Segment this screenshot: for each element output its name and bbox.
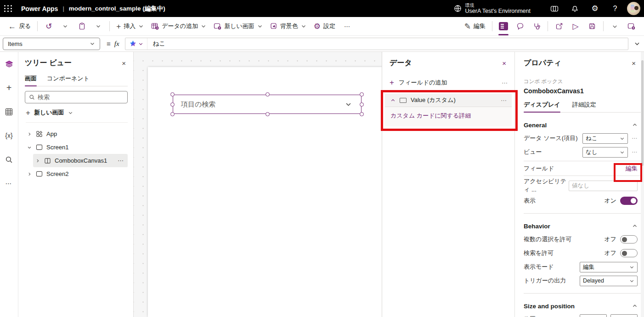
resize-handle[interactable]	[360, 112, 364, 116]
data-source-dropdown[interactable]: ねこ	[582, 133, 628, 144]
properties-scrollbar[interactable]	[641, 52, 644, 317]
new-screen-tree-button[interactable]: + 新しい画面	[26, 108, 128, 123]
tree-search-box[interactable]	[25, 91, 128, 103]
variables-rail-icon[interactable]: {x}	[3, 129, 16, 142]
tree-item-screen2[interactable]: Screen2	[25, 167, 128, 181]
row-view: ビュー なし ⋯	[524, 145, 638, 159]
left-navigation-rail: + {x} ⋯	[0, 52, 18, 317]
tab-advanced[interactable]: 詳細設定	[572, 101, 596, 112]
environment-picker[interactable]: 環境 UserA Test's Environment	[454, 3, 531, 15]
tree-close-icon[interactable]: ×	[120, 58, 128, 68]
preview-play-button[interactable]: ▷	[567, 19, 584, 34]
data-rail-icon[interactable]	[3, 105, 16, 118]
resize-handle[interactable]	[170, 102, 175, 107]
user-avatar[interactable]	[627, 2, 640, 15]
position-x-input[interactable]	[580, 314, 607, 317]
section-behavior[interactable]: Behavior	[524, 220, 638, 232]
tab-display[interactable]: ディスプレイ	[524, 101, 560, 112]
view-more-icon[interactable]: ⋯	[632, 149, 638, 155]
app-checker-button[interactable]	[528, 19, 545, 34]
new-screen-button[interactable]: 新しい画面	[210, 19, 266, 34]
undo-icon: ↺	[45, 23, 52, 30]
insert-rail-icon[interactable]: +	[3, 81, 16, 94]
comments-button[interactable]	[512, 19, 528, 34]
table-add-icon	[151, 23, 159, 30]
data-close-icon[interactable]: ×	[500, 58, 508, 68]
section-general[interactable]: General	[524, 119, 638, 131]
resize-handle[interactable]	[170, 112, 175, 116]
visible-toggle[interactable]	[620, 197, 638, 205]
custom-card-details-link[interactable]: カスタム カードに関する詳細	[390, 112, 471, 119]
property-selector[interactable]: Items	[3, 38, 100, 50]
properties-pane-toggle[interactable]	[495, 19, 512, 34]
undo-button[interactable]: ↺	[40, 19, 57, 34]
combobox-chevron-icon	[345, 101, 352, 108]
chevron-right-icon	[27, 172, 32, 176]
tree-item-comboboxcanvas1[interactable]: ComboboxCanvas1 ⋯	[33, 154, 128, 167]
settings-button[interactable]: ⚙ 設定	[310, 19, 339, 34]
notifications-bell-icon[interactable]	[565, 0, 585, 17]
screen-icon	[36, 144, 43, 150]
help-icon[interactable]: ?	[605, 0, 625, 17]
copilot-icon[interactable]	[544, 0, 565, 17]
tree-view-icon[interactable]	[3, 57, 16, 70]
chevron-down-icon	[27, 145, 32, 150]
view-dropdown[interactable]: なし	[582, 147, 628, 158]
trigger-output-dropdown[interactable]: Delayed	[580, 276, 638, 286]
formula-copilot-button[interactable]	[125, 38, 147, 50]
insert-button[interactable]: + 挿入	[113, 19, 147, 34]
multi-select-toggle[interactable]	[620, 235, 638, 243]
publish-button[interactable]	[623, 19, 639, 34]
search-rail-icon[interactable]	[3, 153, 16, 166]
rail-overflow-icon[interactable]: ⋯	[3, 177, 16, 190]
background-color-button[interactable]: 背景色	[266, 19, 310, 34]
resize-handle[interactable]	[360, 102, 364, 107]
tree-item-more-icon[interactable]: ⋯	[118, 157, 124, 164]
share-button[interactable]	[551, 19, 567, 34]
undo-menu-chevron[interactable]	[57, 19, 73, 34]
panel-icon	[499, 22, 508, 30]
save-menu-chevron[interactable]	[606, 19, 623, 34]
field-row-value[interactable]: Value (カスタム) ⋯	[385, 94, 512, 107]
save-button[interactable]	[584, 19, 600, 34]
add-data-button[interactable]: データの追加	[147, 19, 210, 34]
resize-handle[interactable]	[266, 92, 270, 96]
control-name: ComboboxCanvas1	[524, 87, 638, 95]
screen-add-icon	[214, 23, 221, 30]
resize-handle[interactable]	[266, 112, 270, 116]
resize-handle[interactable]	[360, 92, 364, 96]
tree-item-screen1[interactable]: Screen1	[25, 141, 128, 154]
tree-item-app[interactable]: App	[25, 127, 128, 141]
formula-text[interactable]: ねこ	[147, 40, 166, 48]
app-title: Power Apps	[21, 5, 58, 12]
waffle-menu-icon[interactable]	[0, 0, 17, 17]
file-name[interactable]: modern_control_sample (編集中)	[69, 5, 165, 13]
position-y-input[interactable]	[610, 314, 638, 317]
tab-components[interactable]: コンポーネント	[47, 74, 90, 86]
section-size-position[interactable]: Size and position	[524, 300, 638, 312]
field-row-more-icon[interactable]: ⋯	[501, 97, 507, 104]
tab-screens[interactable]: 画面	[25, 74, 37, 86]
combobox-control[interactable]: 項目の検索	[173, 95, 362, 114]
back-button[interactable]: ← 戻る	[5, 19, 34, 34]
data-source-more-icon[interactable]: ⋯	[632, 135, 638, 142]
accessibility-input[interactable]	[569, 181, 638, 191]
formula-input[interactable]: ねこ	[125, 38, 628, 50]
resize-handle[interactable]	[170, 92, 175, 96]
add-field-button[interactable]: + フィールドの追加 ⋯	[390, 78, 508, 87]
paste-menu-chevron[interactable]	[90, 19, 107, 34]
display-mode-dropdown[interactable]: 編集	[580, 262, 638, 272]
properties-close-icon[interactable]: ×	[630, 58, 638, 68]
data-overflow-icon[interactable]: ⋯	[502, 79, 508, 86]
allow-search-toggle[interactable]	[620, 249, 638, 257]
settings-gear-icon[interactable]: ⚙	[585, 0, 605, 17]
edit-fields-link[interactable]: 編集	[626, 164, 638, 173]
properties-panel: プロパティ × コンボ ボックス ComboboxCanvas1 ディスプレイ …	[514, 52, 644, 317]
edit-button[interactable]: ✎ 編集	[461, 19, 489, 34]
formula-expand-chevron[interactable]	[634, 40, 640, 47]
paste-button[interactable]	[73, 19, 90, 34]
command-overflow-button[interactable]: ⋯	[339, 19, 356, 34]
combobox-control-icon	[44, 158, 51, 164]
row-position: 位置	[524, 312, 638, 317]
tree-search-input[interactable]	[38, 94, 124, 101]
